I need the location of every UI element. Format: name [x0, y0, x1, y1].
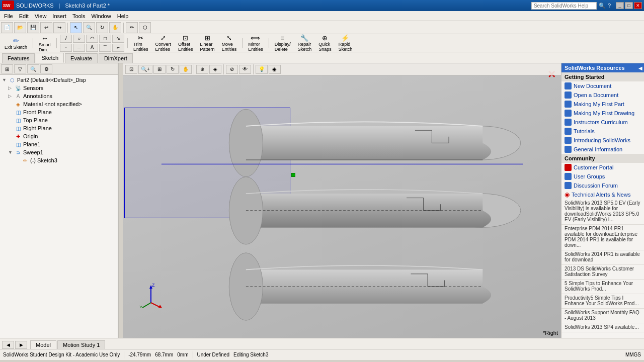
- tree-sensors[interactable]: ▷ 📡 Sensors: [1, 84, 117, 92]
- tree-origin[interactable]: ✚ Origin: [1, 132, 117, 140]
- trim-entities-button[interactable]: ✂ TrimEntities: [131, 35, 151, 51]
- linear-sketch-pattern-button[interactable]: ⊞ LinearPattern: [198, 35, 217, 51]
- arc-button[interactable]: ◠: [86, 35, 98, 43]
- introducing-sw-link[interactable]: Introducing SolidWorks: [561, 136, 644, 145]
- display-style-button[interactable]: ◈: [209, 65, 221, 74]
- scroll-right-button[interactable]: ▶: [15, 341, 27, 349]
- feature-btn[interactable]: ⬡: [139, 22, 151, 33]
- menu-tools[interactable]: Tools: [69, 12, 89, 20]
- close-button[interactable]: ✕: [634, 2, 642, 9]
- sketch-btn[interactable]: ✏: [126, 22, 138, 33]
- tab-evaluate[interactable]: Evaluate: [65, 53, 98, 63]
- menu-file[interactable]: File: [1, 12, 16, 20]
- search-input[interactable]: [531, 2, 597, 10]
- rotate-view-button[interactable]: ↻: [167, 65, 179, 74]
- tutorials-link[interactable]: Tutorials: [561, 127, 644, 136]
- resources-header[interactable]: SolidWorks Resources: [561, 63, 637, 72]
- first-part-link[interactable]: Making My First Part: [561, 100, 644, 109]
- tab-sketch[interactable]: Sketch: [36, 53, 64, 63]
- user-groups-link[interactable]: User Groups: [561, 172, 644, 181]
- help-icon[interactable]: ?: [608, 3, 611, 9]
- exit-sketch-button[interactable]: ✏ Exit Sketch: [2, 35, 30, 51]
- menu-view[interactable]: View: [32, 12, 50, 20]
- 3d-viewport-content[interactable]: ✏: [123, 63, 561, 338]
- spline-button[interactable]: ∿: [112, 35, 124, 43]
- discussion-forum-link[interactable]: Discussion Forum: [561, 181, 644, 190]
- tech-alerts-link[interactable]: ◉ Technical Alerts & News: [561, 190, 644, 199]
- tree-right-plane[interactable]: ◫ Right Plane: [1, 124, 117, 132]
- tab-features[interactable]: Features: [2, 53, 35, 63]
- tree-sketch3[interactable]: ✏ (-) Sketch3: [1, 156, 117, 164]
- display-delete-relations-button[interactable]: ≡ Display/Delete: [272, 35, 293, 51]
- tree-search[interactable]: 🔍: [27, 64, 39, 73]
- bottom-tab-model[interactable]: Model: [30, 340, 56, 349]
- news-item-3[interactable]: SolidWorks 2014 PR1 is available for dow…: [561, 250, 644, 265]
- circle-button[interactable]: ○: [73, 35, 85, 43]
- news-item-5[interactable]: 5 Simple Tips to Enhance Your SolidWorks…: [561, 280, 644, 294]
- search-icon[interactable]: 🔍: [599, 3, 606, 9]
- restore-button[interactable]: □: [625, 2, 633, 9]
- zoom-in-button[interactable]: 🔍+: [138, 65, 152, 74]
- instructors-curriculum-link[interactable]: Instructors Curriculum: [561, 118, 644, 127]
- zoom-box-button[interactable]: ⊞: [153, 65, 166, 74]
- panel-collapse-handle[interactable]: ⋮: [118, 63, 123, 338]
- pan-view-button[interactable]: ✋: [180, 65, 192, 74]
- getting-started-header[interactable]: Getting Started: [561, 72, 644, 81]
- tree-annotations[interactable]: ▷ A Annotations: [1, 92, 117, 100]
- new-document-link[interactable]: New Document: [561, 81, 644, 90]
- quick-snaps-button[interactable]: ⊕ QuickSnaps: [316, 35, 334, 51]
- tree-expand-all[interactable]: ⊞: [1, 64, 13, 73]
- menu-window[interactable]: Window: [89, 12, 114, 20]
- rapid-sketch-button[interactable]: ⚡ RapidSketch: [336, 35, 355, 51]
- zoom-button[interactable]: 🔍: [83, 22, 95, 33]
- section-view-button[interactable]: ⊘: [226, 65, 238, 74]
- news-item-2[interactable]: Enterprise PDM 2014 PR1 available for do…: [561, 225, 644, 250]
- offset-entities-button[interactable]: ⊡ OffsetEntities: [176, 35, 196, 51]
- zoom-fit-button[interactable]: ⊡: [125, 65, 137, 74]
- customer-portal-link[interactable]: Customer Portal: [561, 163, 644, 172]
- news-item-8[interactable]: SolidWorks 2013 SP4 available...: [561, 323, 644, 332]
- menu-insert[interactable]: Insert: [49, 12, 69, 20]
- tree-filter[interactable]: ▽: [14, 64, 26, 73]
- fillet-button[interactable]: ⌒: [99, 44, 111, 52]
- select-button[interactable]: ↖: [70, 22, 82, 33]
- tree-top-plane[interactable]: ◫ Top Plane: [1, 116, 117, 124]
- mirror-entities-button[interactable]: ⟺ MirrorEntities: [246, 35, 266, 51]
- move-entities-button[interactable]: ⤡ MoveEntities: [219, 35, 239, 51]
- bottom-tab-motion-study[interactable]: Motion Study 1: [57, 340, 105, 349]
- tree-material[interactable]: ◈ Material <not specified>: [1, 100, 117, 108]
- news-item-7[interactable]: SolidWorks Support Monthly FAQ - August …: [561, 309, 644, 323]
- point-button[interactable]: ·: [60, 44, 72, 52]
- viewport[interactable]: ⊡ 🔍+ ⊞ ↻ ✋ ⊕ ◈ ⊘ 👁 💡 ◉ ✏: [123, 63, 561, 338]
- resources-collapse-button[interactable]: ◀: [637, 63, 644, 72]
- repair-sketch-button[interactable]: 🔧 RepairSketch: [295, 35, 314, 51]
- save-button[interactable]: 💾: [27, 22, 39, 33]
- realview-button[interactable]: ◉: [269, 65, 281, 74]
- menu-help[interactable]: Help: [114, 12, 132, 20]
- minimize-button[interactable]: _: [616, 2, 624, 9]
- rotate-button[interactable]: ↻: [96, 22, 108, 33]
- scroll-left-button[interactable]: ◀: [2, 341, 14, 349]
- general-info-link[interactable]: General Information: [561, 145, 644, 154]
- news-item-1[interactable]: SolidWorks 2013 SP5.0 EV (Early Visibili…: [561, 199, 644, 225]
- news-item-4[interactable]: 2013 DS SolidWorks Customer Satisfaction…: [561, 265, 644, 280]
- menu-edit[interactable]: Edit: [16, 12, 32, 20]
- community-header[interactable]: Community: [561, 154, 644, 163]
- tree-root[interactable]: ▼ ⬡ Part2 (Default<<Default>_Disp: [1, 76, 117, 84]
- pan-button[interactable]: ✋: [109, 22, 121, 33]
- new-button[interactable]: 📄: [1, 22, 13, 33]
- chamfer-button[interactable]: ⌐: [112, 44, 124, 52]
- hide-show-button[interactable]: 👁: [239, 65, 251, 74]
- news-item-6[interactable]: Productivity5 Simple Tips I Enhance Your…: [561, 294, 644, 309]
- open-document-link[interactable]: Open a Document: [561, 90, 644, 100]
- view-orient-button[interactable]: ⊕: [196, 65, 208, 74]
- lights-button[interactable]: 💡: [256, 65, 268, 74]
- rect-button[interactable]: □: [99, 35, 111, 43]
- tree-front-plane[interactable]: ◫ Front Plane: [1, 108, 117, 116]
- open-button[interactable]: 📂: [14, 22, 26, 33]
- convert-entities-button[interactable]: ⤢ ConvertEntities: [153, 35, 174, 51]
- redo-button[interactable]: ↪: [53, 22, 65, 33]
- text-button[interactable]: A: [86, 44, 98, 52]
- tree-settings[interactable]: ⚙: [40, 64, 52, 73]
- line-button[interactable]: /: [60, 35, 72, 43]
